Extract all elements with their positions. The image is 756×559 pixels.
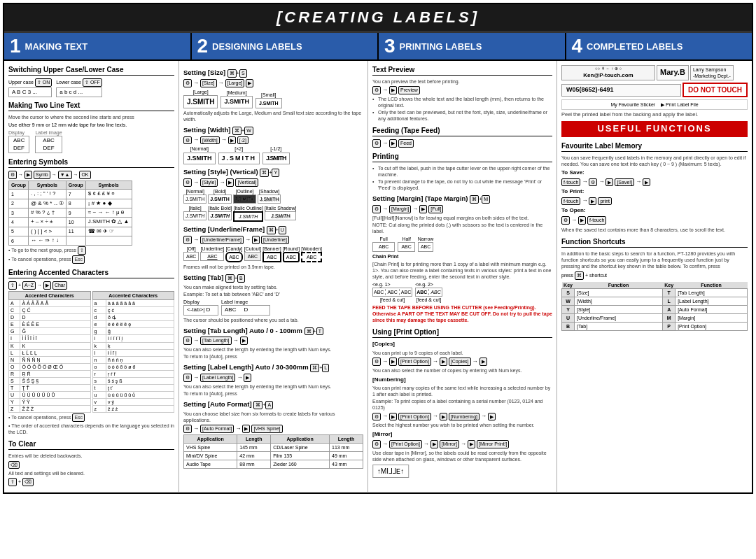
tab-length-diagram: ⚙ → [Tab Length] → ▶ bbox=[183, 337, 363, 345]
copies-note: You can also select the number of copies… bbox=[372, 367, 552, 374]
top-label-examples: ○○ ✝ ← ↑ ⊕ ○ Ken@P-touch.com Mary.B Larr… bbox=[561, 65, 748, 80]
feed-tape-note: FEED THE TAPE BEFORE USING THE CUTTER (s… bbox=[372, 304, 552, 323]
frames-note: Frames will not be printed on 3.9mm tape… bbox=[183, 264, 363, 270]
col-completed-labels: ○○ ✝ ← ↑ ⊕ ○ Ken@P-touch.com Mary.B Larr… bbox=[557, 61, 752, 492]
accented-note2: • The order of accented characters depen… bbox=[8, 423, 174, 435]
label-length-note2: To return to [Auto], press bbox=[183, 390, 363, 397]
label-length-diagram: ⚙ → [Label Length] → ▶ bbox=[183, 374, 363, 382]
margin-diagram: ⚙ → [Margin] → ▶ [Full] bbox=[372, 205, 552, 213]
mirror-label: [Mirror] bbox=[372, 431, 552, 438]
section-2-num: 2 bbox=[197, 36, 209, 56]
feeding-diagram: ⚙ → ▶ Feed bbox=[372, 139, 552, 148]
phone-label-row: W05(8652)-6491 DO NOT TOUCH bbox=[561, 83, 748, 97]
size-title: Setting [Size] ⌘+S bbox=[183, 69, 363, 78]
section-1-header: 1 MAKING TEXT bbox=[4, 33, 192, 59]
header-title: [CREATING LABELS] bbox=[276, 8, 479, 26]
style-examples: [Normal] J.SMITH [Bold] J.SMITH [Outline… bbox=[183, 188, 363, 204]
numbering-diagram: ⚙ → ▶ [Print Option] → ▶ [Numbering] → ▶ bbox=[372, 413, 552, 421]
function-shortcuts-desc: In addition to the basic steps to search… bbox=[561, 250, 748, 269]
text-preview-title: Text Preview bbox=[372, 65, 552, 76]
col-designing-labels: Setting [Size] ⌘+S ⚙ → [Size] → [Large] … bbox=[179, 61, 368, 492]
chain-print-desc: [Chain Print] is for printing more than … bbox=[372, 261, 552, 280]
tab-length-title: Setting [Tab Length] Auto / 0 - 100mm ⌘+… bbox=[183, 327, 363, 336]
do-not-touch-box: DO NOT TOUCH bbox=[682, 83, 748, 97]
margin-diagrams: Full ABC Half ABC Narrow ABC bbox=[372, 236, 552, 251]
printing-note1: To cut off the label, push in the tape c… bbox=[372, 165, 552, 178]
section-3-label: PRINTING LABELS bbox=[400, 41, 482, 52]
style-diagram: ⚙ → [Style] → ▶ [Vertical] bbox=[183, 178, 363, 187]
underline-examples: [Off] ABC [Underline] ABC [Candy] ABC [C… bbox=[183, 246, 363, 262]
upper-lower-case-diagram: Upper case ⇧ ON A B C 3 ... Lower case ⇧… bbox=[8, 78, 174, 97]
chain-print-label: Chain Print bbox=[372, 253, 552, 260]
to-open-row: To Open: ⚙ → ▶ f-touch bbox=[561, 207, 748, 224]
size-examples: [Large] J.SMITH [Medium] J.SMITH [Small]… bbox=[183, 89, 363, 108]
to-save-row: To Save: f-touch → ⚙ → ▶ [Save!] → ▶ bbox=[561, 169, 748, 186]
text-preview-diagram: ⚙ → ▶ Preview bbox=[372, 86, 552, 94]
mirror-diagram: ⚙ → [Print Option] → ▶ [Mirror] → ▶ [Mir… bbox=[372, 440, 552, 448]
accented-title: Entering Accented Characters bbox=[8, 268, 174, 278]
copies-label: [Copies] bbox=[372, 341, 552, 348]
two-line-desc: Move the cursor to where the second line… bbox=[8, 114, 174, 120]
width-diagram: ⚙ → [Width] → ▶ [-2] bbox=[183, 136, 363, 145]
useful-functions-header: USEFUL FUNCTIONS bbox=[561, 121, 748, 137]
section-4-header: 4 COMPLETED LABELS bbox=[566, 33, 752, 59]
width-title: Setting [Width] ⌘+W bbox=[183, 126, 363, 135]
content-area: Switching Upper Case/Lower Case Upper ca… bbox=[4, 61, 752, 493]
tab-example: Example: To set a tab between 'ABC' and … bbox=[183, 291, 363, 297]
numbering-highest: Select the highest number you wish to be… bbox=[372, 422, 552, 428]
section-2-header: 2 DESIGNING LABELS bbox=[192, 33, 379, 59]
tab-title: Setting [Tab] ⌘+B bbox=[183, 274, 363, 283]
col-printing-labels: Text Preview You can preview the text be… bbox=[368, 61, 557, 492]
underline-diagram: ⚙ → [Underline/Frame] → ▶ [Underline] bbox=[183, 236, 363, 244]
label-length-note1: You can also select the length by enteri… bbox=[183, 383, 363, 390]
peel-note: Peel the printed label from the backing … bbox=[561, 111, 748, 118]
to-clear-title: To Clear bbox=[8, 439, 174, 450]
switching-title: Switching Upper Case/Lower Case bbox=[8, 65, 174, 76]
to-clear-key1: ⌫ bbox=[8, 461, 174, 469]
tab-diagrams: Display <-tab>| D Label image ABC D bbox=[183, 299, 363, 315]
auto-format-diagram: ⚙ → [Auto Format] → ▶ [VHS Spine] bbox=[183, 425, 363, 433]
to-clear-key2: ⇧ + ⌫ bbox=[8, 478, 174, 486]
function-shortcuts-title: Function Shortcuts bbox=[561, 237, 748, 248]
text-preview-note1: The LCD shows the whole text and the lab… bbox=[372, 96, 552, 108]
sections-row: 1 MAKING TEXT 2 DESIGNING LABELS 3 PRINT… bbox=[4, 33, 752, 61]
numbering-example: Example: To print copies of a label cont… bbox=[372, 398, 552, 411]
section-1-num: 1 bbox=[10, 36, 21, 56]
mirror-desc: Use clear tape in [Mirror], so the label… bbox=[372, 450, 552, 462]
func-shortcut-keys: press ⌘ + shortcut bbox=[561, 271, 748, 280]
tab-desc: You can make aligned texts by setting ta… bbox=[183, 284, 363, 290]
printing-title: Printing bbox=[372, 152, 552, 162]
margin-desc: [Full][Half][Narrow] is for leaving equa… bbox=[372, 215, 552, 221]
two-line-title: Making Two Line Text bbox=[8, 101, 174, 111]
when-saved-note: When the saved text contains more than 8… bbox=[561, 227, 748, 233]
underline-title: Setting [Underline/Frame] ⌘+U bbox=[183, 225, 363, 234]
to-clear-desc1: Entries will be deleted backwards. bbox=[8, 453, 174, 459]
symbols-title: Entering Symbols bbox=[8, 157, 174, 168]
symbols-table: GroupSymbolsGroupSymbols 1. , : ; " ' ! … bbox=[8, 181, 132, 246]
text-preview-desc: You can preview the text before printing… bbox=[372, 78, 552, 85]
section-2-label: DESIGNING LABELS bbox=[212, 41, 302, 52]
size-auto-note: Automatically adjusts the Large, Medium … bbox=[183, 110, 363, 122]
copies-diagram: ⚙ → ▶ [Print Option] → ▶ [Copies] → ▶ bbox=[372, 358, 552, 366]
auto-format-desc: You can choose label size from six forma… bbox=[183, 411, 363, 423]
label-length-title: Setting [Label Length] Auto / 30-300mm ⌘… bbox=[183, 363, 363, 372]
chain-print-examples: <e.g. 1> ABC ABC ABC [feed & cut] <e.g. … bbox=[372, 281, 552, 303]
two-line-display: Display ABCDEF Label image ABCDEF bbox=[8, 129, 174, 153]
style-examples-2: [Italic] J.SMITH [Italic Bold] J.SMITH [… bbox=[183, 205, 363, 222]
to-clear-desc2: All text and settings will be cleared. bbox=[8, 470, 174, 476]
to-print-row: To Print: f-touch → ▶ print bbox=[561, 188, 748, 205]
style-title: Setting [Style] (Vertical) ⌘+Y bbox=[183, 168, 363, 177]
section-4-num: 4 bbox=[572, 36, 583, 56]
my-favourite-placeholder: My Favourite Sticker ▶ Print Label File bbox=[561, 99, 748, 110]
size-diagram: ⚙ → [Size] → [Large] ▶ bbox=[183, 79, 363, 87]
tab-length-note2: To return to [Auto], press bbox=[183, 353, 363, 360]
tab-length-note1: You can also select the length by enteri… bbox=[183, 346, 363, 353]
auto-format-table: ApplicationLengthApplicationLength VHS S… bbox=[183, 434, 363, 469]
tab-note: The cursor should be positioned where yo… bbox=[183, 317, 363, 323]
section-4-label: COMPLETED LABELS bbox=[587, 41, 682, 52]
symbols-note1: • To go to the next group, press ⇧ bbox=[8, 246, 174, 255]
auto-format-title: Setting [Auto Format] ⌘+A bbox=[183, 400, 363, 409]
accented-chars-table: Accented Characters AÀ Á Â Ã Ä Å CÇ Ć DD… bbox=[8, 291, 174, 413]
col-making-text: Switching Upper Case/Lower Case Upper ca… bbox=[4, 61, 179, 492]
copies-desc: You can print up to 9 copies of each lab… bbox=[372, 350, 552, 356]
